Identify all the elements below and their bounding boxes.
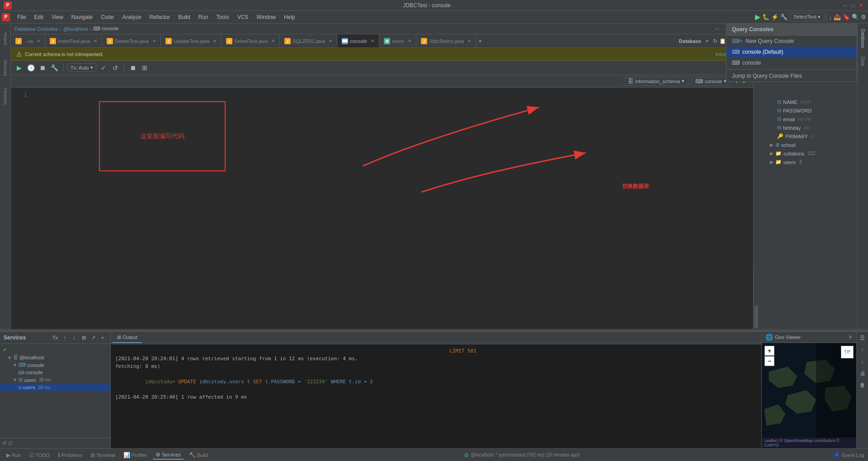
tab-overflow[interactable]: ▾ bbox=[476, 38, 484, 44]
tab-close-sqlzr01[interactable]: ✕ bbox=[329, 38, 332, 43]
run-history-button[interactable]: 🕒 bbox=[26, 63, 35, 72]
svc-down-btn[interactable]: ↓ bbox=[70, 334, 78, 342]
tab-users[interactable]: ⊞ users ✕ bbox=[379, 34, 416, 48]
problems-tab[interactable]: ℹ Problems bbox=[55, 451, 85, 459]
coverage-button[interactable]: ⚡ bbox=[771, 14, 778, 20]
svc-grid-btn[interactable]: ⊞ bbox=[80, 334, 88, 342]
geo-close-button[interactable]: ✕ bbox=[848, 334, 853, 340]
db-item-school[interactable]: ▶ ⊞ school bbox=[754, 141, 857, 149]
console-selector[interactable]: ⌨ console ▾ bbox=[691, 77, 731, 86]
close-button[interactable]: ✕ bbox=[858, 2, 864, 9]
scrollbar[interactable] bbox=[754, 269, 758, 329]
minimize-button[interactable]: ─ bbox=[842, 2, 848, 9]
geo-tool-print[interactable]: 🖨 bbox=[858, 369, 867, 378]
db-item-primary[interactable]: 🔑 PRIMARY (i) bbox=[754, 132, 857, 141]
menu-analyze[interactable]: Analyze bbox=[118, 13, 145, 21]
tab-jdbcselect[interactable]: J JdbcSelect.java ✕ bbox=[416, 34, 476, 48]
run-query-button[interactable]: ▶ bbox=[14, 63, 24, 72]
todo-tab[interactable]: ☑ TODO bbox=[26, 451, 52, 459]
event-log-btn[interactable]: 4 Event Log bbox=[833, 452, 864, 458]
tx-selector[interactable]: Tx: Auto ▾ bbox=[67, 63, 96, 72]
svc-undo-btn[interactable]: ↺ bbox=[2, 440, 6, 447]
db-item-password[interactable]: ⊟ PASSWORD bbox=[754, 106, 857, 115]
output-tab-output[interactable]: ⊞ Output bbox=[113, 333, 142, 343]
svc-export-btn[interactable]: ↗ bbox=[89, 334, 97, 342]
run-tab[interactable]: ▶ Run bbox=[4, 451, 24, 459]
geo-tool-up[interactable]: ↑ bbox=[858, 345, 867, 354]
tab-close-jdbcselect[interactable]: ✕ bbox=[467, 38, 471, 43]
menu-edit[interactable]: Edit bbox=[30, 13, 47, 21]
menu-file[interactable]: File bbox=[14, 13, 29, 21]
tab-console[interactable]: ⌨ console ✕ bbox=[337, 34, 379, 48]
tab-close-va[interactable]: ✕ bbox=[37, 38, 40, 43]
terminal-tab[interactable]: ⊞ Terminal bbox=[88, 451, 118, 459]
tab-sqlzr01[interactable]: J SQLZR01.java ✕ bbox=[280, 34, 337, 48]
tab-close-users[interactable]: ✕ bbox=[408, 38, 411, 43]
menu-code[interactable]: Code bbox=[97, 13, 118, 21]
tab-close-console[interactable]: ✕ bbox=[371, 38, 374, 43]
tx-checkmark[interactable]: ✓ bbox=[99, 63, 108, 72]
menu-navigate[interactable]: Navigate bbox=[68, 13, 96, 21]
console-item[interactable]: ⌨ console bbox=[726, 57, 857, 68]
db-item-collations[interactable]: ▶ 📁 collations 222 bbox=[754, 149, 857, 158]
tab-deletetest[interactable]: J DeleteTest.java ✕ bbox=[102, 34, 161, 48]
db-schema-button[interactable]: 📋 bbox=[719, 38, 726, 44]
favorites-tab[interactable]: Favorites bbox=[1, 83, 10, 110]
menu-help[interactable]: Help bbox=[280, 13, 299, 21]
run-config-dropdown[interactable]: SelectTest ▾ bbox=[789, 13, 825, 21]
stop-button[interactable]: ⏹ bbox=[38, 63, 47, 72]
db-item-birthday[interactable]: ⊟ birthday dat bbox=[754, 123, 857, 132]
geo-tool-list[interactable]: ☰ bbox=[858, 334, 867, 343]
run-green-button[interactable]: ▶ bbox=[755, 13, 760, 21]
maximize-button[interactable]: □ bbox=[850, 2, 856, 9]
breadcrumb-localhost[interactable]: @localhost bbox=[63, 26, 88, 32]
services-tab-btn[interactable]: ⚙ Services bbox=[153, 451, 184, 460]
console-default-item[interactable]: ⌨ console (Default) bbox=[726, 47, 857, 57]
tab-close-deletetest[interactable]: ✕ bbox=[152, 38, 156, 43]
map-layer-button[interactable]: 🗺 bbox=[841, 346, 854, 358]
svc-up-btn[interactable]: ↑ bbox=[61, 334, 69, 342]
build-tab[interactable]: 🔨 Build bbox=[186, 451, 211, 459]
bookmarks-button[interactable]: 🔖 bbox=[843, 14, 850, 20]
geo-tool-down[interactable]: ↓ bbox=[858, 357, 867, 366]
geo-map[interactable]: + − 🗺 bbox=[762, 343, 856, 437]
scrollbar-thumb[interactable] bbox=[755, 306, 758, 328]
structure-tab[interactable]: Structure bbox=[1, 54, 10, 81]
stop-red-button[interactable]: ⏹ bbox=[128, 63, 137, 72]
tab-inserttest[interactable]: J InsertTest.java ✕ bbox=[45, 34, 102, 48]
map-zoom-out-button[interactable]: − bbox=[764, 356, 774, 366]
menu-window[interactable]: Window bbox=[253, 13, 279, 21]
tab-close-updatetest[interactable]: ✕ bbox=[213, 38, 217, 43]
settings-button[interactable]: ⚙ bbox=[861, 14, 866, 20]
db-refresh-button[interactable]: ↻ bbox=[713, 38, 717, 44]
debug-button[interactable]: 🐛 bbox=[762, 14, 769, 20]
svc-console-group[interactable]: ▼ ⌨ console bbox=[0, 361, 110, 369]
tab-close-selecttest[interactable]: ✕ bbox=[271, 38, 275, 43]
project-tab[interactable]: Project bbox=[1, 25, 10, 52]
db-item-email[interactable]: ⊟ email varcha bbox=[754, 115, 857, 123]
menu-view[interactable]: View bbox=[48, 13, 67, 21]
schema-selector[interactable]: 🗄 information_schema ▾ bbox=[624, 77, 689, 86]
profiler-tab[interactable]: 📊 Profiler bbox=[121, 451, 150, 459]
share-button[interactable]: 📤 bbox=[834, 14, 841, 20]
vcs-update-button[interactable]: ↓ bbox=[829, 14, 832, 21]
db-item-name[interactable]: ⊟ NAME varch bbox=[754, 98, 857, 106]
jump-to-console-files[interactable]: Jump to Query Console Files bbox=[726, 71, 857, 81]
profile-button[interactable]: 🔧 bbox=[780, 14, 788, 20]
format-button[interactable]: 🔧 bbox=[50, 63, 59, 72]
sidebar-tab-data[interactable]: Data bbox=[859, 53, 866, 70]
new-query-console-item[interactable]: ⌨+ New Query Console bbox=[726, 36, 857, 47]
menu-run[interactable]: Run bbox=[195, 13, 212, 21]
db-item-users-folder[interactable]: ▶ 📁 users 3 bbox=[754, 158, 857, 166]
tx-undo-button[interactable]: ↺ bbox=[111, 63, 120, 72]
geo-osm-link[interactable]: OpenStreetMap bbox=[784, 438, 813, 443]
tab-updatetest[interactable]: J UpdateTest.java ✕ bbox=[161, 34, 222, 48]
tab-selecttest[interactable]: J SelectTest.java ✕ bbox=[222, 34, 280, 48]
table-view-button[interactable]: ⊞ bbox=[140, 63, 149, 72]
editor-content[interactable]: 1 这里面编写代码 bbox=[11, 88, 753, 329]
svc-console-item[interactable]: ⌨ console bbox=[0, 369, 110, 376]
db-add-button[interactable]: + bbox=[703, 37, 711, 45]
nav-back-button[interactable]: ← bbox=[714, 25, 721, 33]
svc-tx-btn[interactable]: Tx bbox=[51, 334, 59, 342]
svc-users-item[interactable]: ⊟ users 38 ms bbox=[0, 384, 110, 391]
